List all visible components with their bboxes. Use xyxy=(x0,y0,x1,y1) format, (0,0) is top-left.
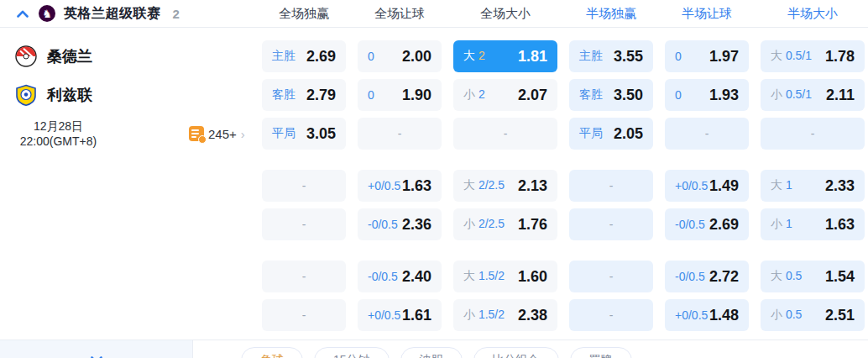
odds-cell-win[interactable]: 主胜3.55 xyxy=(569,40,653,72)
market-chip[interactable]: 15分钟 xyxy=(314,347,390,358)
market-chips: 角球15分钟波胆比分组合罚牌 xyxy=(241,347,632,358)
market-chip[interactable]: 罚牌 xyxy=(570,347,632,358)
ou-line-label: 1.5/2 xyxy=(478,269,505,282)
odds-cell-ou[interactable]: 大 1.5/21.60 xyxy=(453,261,557,292)
odds-value: 1.78 xyxy=(825,48,855,66)
col-header-half-win: 半场独赢 xyxy=(569,6,653,22)
footer-bar: 角球15分钟波胆比分组合罚牌 xyxy=(0,340,868,358)
chevron-up-icon[interactable] xyxy=(15,6,30,21)
odds-value: 1.49 xyxy=(709,177,739,195)
odds-cell-hcp[interactable]: +0/0.51.48 xyxy=(665,299,749,331)
ou-line-label: 2/2.5 xyxy=(478,217,505,230)
odds-cell-win[interactable]: 客胜3.50 xyxy=(569,79,653,111)
ou-side-label: 大 xyxy=(771,178,782,192)
odds-label: 0 xyxy=(368,88,374,102)
ou-line-label: 2 xyxy=(478,87,485,101)
odds-label: -0/0.5 xyxy=(368,270,398,283)
no-odds-dash: - xyxy=(609,179,614,192)
odds-cell-ou[interactable]: 小 2/2.51.76 xyxy=(453,208,557,240)
odds-cell-hcp[interactable]: +0/0.51.61 xyxy=(358,299,442,331)
no-odds-dash: - xyxy=(609,308,614,322)
ou-side-label: 大 xyxy=(771,269,782,282)
odds-cell-ou[interactable]: 小 0.52.51 xyxy=(761,299,865,331)
ou-line-label: 0.5 xyxy=(786,308,802,321)
odds-cell-ou[interactable]: 小 11.63 xyxy=(761,208,865,240)
odds-label: -0/0.5 xyxy=(675,218,705,231)
no-odds-dash: - xyxy=(811,127,815,140)
odds-cell-hcp[interactable]: -0/0.52.40 xyxy=(358,261,442,292)
odds-value: 1.63 xyxy=(402,177,431,195)
no-odds-dash: - xyxy=(504,127,508,140)
odds-cell-hcp[interactable]: 01.93 xyxy=(665,79,749,111)
market-chip[interactable]: 角球 xyxy=(241,347,303,358)
collapse-strip xyxy=(0,340,193,358)
match-count-badge: 2 xyxy=(173,7,180,21)
odds-cell-hcp[interactable]: 01.97 xyxy=(665,40,749,72)
odds-cell-hcp[interactable]: 02.00 xyxy=(358,40,442,72)
odds-cell-empty: - xyxy=(569,299,653,331)
ou-line-label: 1.5/2 xyxy=(478,308,505,321)
odds-value: 2.79 xyxy=(306,87,336,104)
ou-line-label: 1 xyxy=(786,178,792,192)
ou-side-label: 大 xyxy=(463,178,475,192)
ou-side-label: 小 xyxy=(771,217,782,230)
odds-cell-hcp[interactable]: -0/0.52.72 xyxy=(665,261,749,292)
odds-cell-hcp[interactable]: -0/0.52.36 xyxy=(358,208,442,240)
odds-cell-ou[interactable]: 大 0.51.54 xyxy=(761,261,865,292)
match-time: 22:00(GMT+8) xyxy=(20,134,97,149)
odds-cell-win[interactable]: 平局3.05 xyxy=(262,118,346,150)
odds-cell-win[interactable]: 客胜2.79 xyxy=(262,79,346,111)
odds-value: 2.69 xyxy=(709,216,739,234)
ou-line-label: 2 xyxy=(478,49,485,62)
odds-value: 2.13 xyxy=(518,177,547,195)
odds-cell-empty: - xyxy=(665,118,749,150)
odds-cell-ou[interactable]: 小 0.5/12.11 xyxy=(761,79,865,111)
odds-cell-ou[interactable]: 大 2/2.52.13 xyxy=(453,170,557,202)
odds-cell-win[interactable]: 主胜2.69 xyxy=(262,40,346,72)
ou-line-label: 1 xyxy=(786,217,792,230)
odds-cell-hcp[interactable]: +0/0.51.49 xyxy=(665,170,749,202)
match-date: 12月28日 xyxy=(34,118,83,134)
away-team-row: 利兹联 xyxy=(15,79,92,111)
ou-side-label: 小 xyxy=(771,87,782,101)
odds-value: 3.05 xyxy=(306,125,336,143)
odds-cell-empty: - xyxy=(761,118,865,150)
market-chip[interactable]: 波胆 xyxy=(400,347,463,358)
odds-group: --0/0.52.40大 1.5/21.60--0/0.52.72大 0.51.… xyxy=(262,261,868,331)
odds-label: 主胜 xyxy=(272,49,295,64)
odds-cell-ou[interactable]: 小 1.5/22.38 xyxy=(453,299,557,331)
odds-cell-empty: - xyxy=(569,208,653,240)
col-header-full-win: 全场独赢 xyxy=(262,6,346,22)
odds-cell-hcp[interactable]: 01.90 xyxy=(358,79,442,111)
odds-value: 2.05 xyxy=(614,125,643,143)
ou-side-label: 小 xyxy=(463,308,475,321)
odds-cell-hcp[interactable]: +0/0.51.63 xyxy=(358,170,442,202)
odds-value: 1.93 xyxy=(709,87,739,104)
no-odds-dash: - xyxy=(705,127,709,140)
odds-label: -0/0.5 xyxy=(675,270,705,283)
ou-line-label: 0.5/1 xyxy=(786,87,812,101)
more-markets-count: 245+ xyxy=(208,127,237,141)
ou-side-label: 大 xyxy=(463,49,475,62)
odds-cell-empty: - xyxy=(262,299,346,331)
odds-label: 客胜 xyxy=(272,87,295,103)
match-datetime: 12月28日 22:00(GMT+8) xyxy=(10,118,107,150)
odds-cell-empty: - xyxy=(262,208,346,240)
no-odds-dash: - xyxy=(302,270,306,283)
odds-value: 1.54 xyxy=(825,268,855,286)
odds-label: 0 xyxy=(368,50,374,63)
odds-value: 1.76 xyxy=(518,216,547,234)
odds-cell-ou[interactable]: 大 21.81 xyxy=(453,40,557,72)
market-chip[interactable]: 比分组合 xyxy=(473,347,559,358)
ou-side-label: 小 xyxy=(463,87,475,101)
odds-cell-hcp[interactable]: -0/0.52.69 xyxy=(665,208,749,240)
odds-cell-ou[interactable]: 大 0.5/11.78 xyxy=(761,40,865,72)
odds-cell-empty: - xyxy=(453,118,557,150)
odds-cell-win[interactable]: 平局2.05 xyxy=(569,118,653,150)
odds-value: 1.61 xyxy=(402,307,431,324)
odds-cell-ou[interactable]: 大 12.33 xyxy=(761,170,865,202)
no-odds-dash: - xyxy=(609,218,614,231)
more-markets-button[interactable]: 245+ › xyxy=(189,118,245,150)
odds-cell-ou[interactable]: 小 22.07 xyxy=(453,79,557,111)
home-team-row: 桑德兰 xyxy=(15,40,92,72)
